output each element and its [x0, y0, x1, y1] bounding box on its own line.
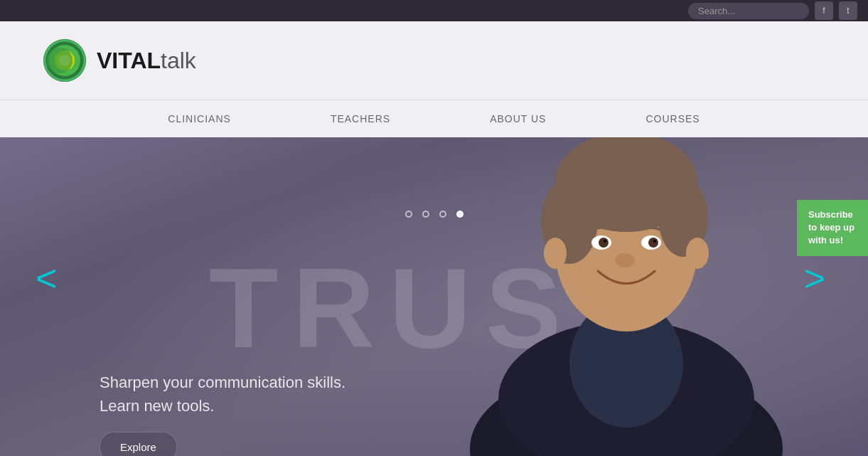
twitter-button[interactable]: t	[839, 1, 857, 20]
facebook-icon: f	[823, 6, 825, 16]
nav-item-courses[interactable]: COURSES	[596, 100, 749, 137]
svg-point-5	[47, 48, 73, 73]
search-input[interactable]	[688, 3, 809, 19]
slide-dots	[405, 211, 464, 218]
slide-dot-2[interactable]	[422, 211, 429, 218]
chevron-left-icon: <	[36, 258, 57, 299]
slide-dot-4[interactable]	[456, 211, 464, 218]
nav-item-clinicians[interactable]: CLINICIANS	[118, 100, 281, 137]
logo-icon	[43, 38, 87, 83]
svg-point-23	[615, 253, 635, 267]
header-bar: f t	[0, 0, 868, 21]
top-section: f t	[0, 0, 868, 137]
logo-row: VITALtalk	[0, 21, 868, 100]
logo-text-area: VITALtalk	[97, 48, 196, 74]
slide-dot-1[interactable]	[405, 211, 412, 218]
hero-person	[441, 100, 811, 456]
page-container: f t	[0, 0, 868, 456]
facebook-button[interactable]: f	[815, 1, 833, 20]
twitter-icon: t	[847, 6, 849, 16]
svg-point-21	[544, 238, 567, 269]
svg-point-20	[653, 240, 656, 243]
nav-item-teachers[interactable]: TEACHERS	[281, 100, 440, 137]
subscribe-banner[interactable]: Subscribe to keep up with us!	[797, 200, 868, 256]
hero-subtitle: Sharpen your communication skills. Learn…	[100, 371, 345, 418]
nav-item-about-us[interactable]: ABOUT US	[440, 100, 596, 137]
nav-bar: CLINICIANS TEACHERS ABOUT US COURSES	[0, 100, 868, 137]
prev-arrow[interactable]: <	[21, 243, 71, 314]
hero-content: Sharpen your communication skills. Learn…	[100, 371, 345, 456]
svg-point-22	[686, 238, 709, 269]
slide-dot-3[interactable]	[439, 211, 446, 218]
explore-button[interactable]: Explore	[100, 432, 177, 456]
svg-point-18	[648, 238, 658, 248]
hero-section: TRUST	[0, 100, 868, 456]
logo-text: VITALtalk	[97, 48, 196, 74]
svg-point-17	[599, 238, 609, 248]
logo-nav-section: VITALtalk CLINICIANS TEACHERS ABOUT US C…	[0, 21, 868, 137]
chevron-right-icon: >	[804, 258, 825, 299]
svg-point-19	[604, 240, 606, 243]
